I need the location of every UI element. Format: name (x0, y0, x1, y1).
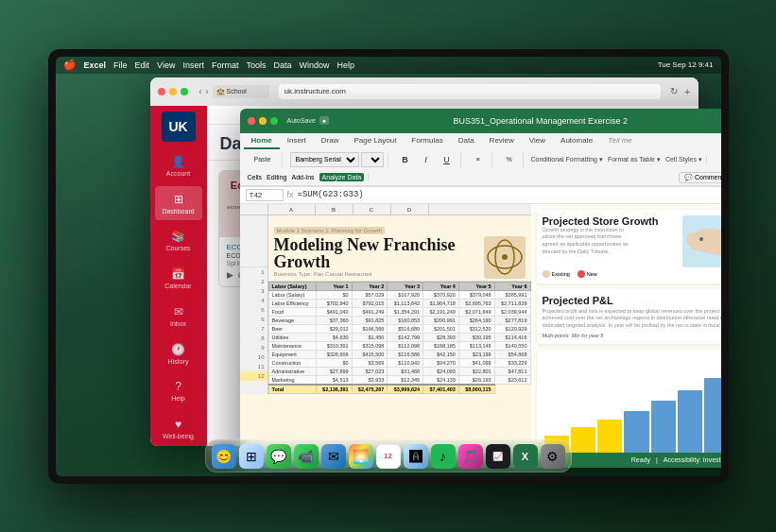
row-value[interactable]: $196,566 (352, 324, 388, 333)
row-value[interactable]: $37,360 (316, 316, 352, 324)
row-value[interactable]: $107,920 (388, 290, 423, 299)
row-value[interactable]: $3,933 (352, 375, 388, 385)
tab-data[interactable]: Data (451, 133, 482, 149)
menu-insert[interactable]: Insert (182, 60, 204, 70)
row-value[interactable]: $4,513 (316, 375, 352, 385)
cell-styles-button[interactable]: Cell Styles ▾ (665, 156, 702, 163)
addins-button[interactable]: Add-Ins (291, 174, 314, 180)
font-selector[interactable]: Bamberg Serial (290, 152, 359, 167)
sidebar-item-account[interactable]: 👤 Account (155, 149, 202, 183)
row-value[interactable]: $30,195 (458, 333, 494, 341)
row-value[interactable]: $201,501 (423, 324, 459, 333)
forward-icon[interactable]: › (206, 87, 209, 96)
row-value[interactable]: $312,530 (458, 324, 494, 333)
row-value[interactable]: $1,450 (352, 333, 388, 341)
sidebar-item-wellbeing[interactable]: ♥ Well-being (155, 412, 202, 446)
school-tab-label[interactable]: School (227, 88, 247, 94)
row-value[interactable]: $94,270 (423, 358, 459, 367)
row-value[interactable]: $22,801 (458, 367, 494, 375)
row-value[interactable]: $47,811 (494, 367, 530, 375)
apple-menu[interactable]: 🍎 (63, 59, 77, 71)
row-value[interactable]: $379,048 (458, 290, 494, 299)
menu-excel[interactable]: Excel (84, 60, 107, 70)
sidebar-item-dashboard[interactable]: ⊞ Dashboard (155, 186, 202, 220)
row-value[interactable]: $2,695,763 (458, 299, 494, 307)
minimize-button[interactable] (169, 88, 177, 95)
row-value[interactable]: $31,468 (388, 367, 423, 375)
row-value[interactable]: $0 (316, 290, 352, 299)
menu-data[interactable]: Data (273, 60, 291, 70)
tab-insert[interactable]: Insert (280, 133, 314, 149)
row-value[interactable]: $120,929 (494, 324, 530, 333)
row-value[interactable]: $415,500 (352, 350, 388, 358)
row-value[interactable]: $160,853 (388, 316, 423, 324)
row-value[interactable]: $116,586 (388, 350, 423, 358)
row-value[interactable]: $29,012 (316, 324, 352, 333)
row-value[interactable]: $2,711,829 (494, 299, 530, 307)
bold-button[interactable]: B (396, 151, 415, 168)
menu-format[interactable]: Format (212, 60, 239, 70)
dock-appstore[interactable]: 🅰 (404, 444, 428, 469)
font-size-selector[interactable]: 12 (361, 152, 384, 167)
paste-button[interactable]: Paste (248, 151, 278, 168)
dock-photos[interactable]: 🌅 (349, 444, 373, 469)
tab-home[interactable]: Home (244, 133, 280, 149)
row-value[interactable]: $23,199 (458, 350, 494, 358)
conditional-formatting-button[interactable]: Conditional Formatting ▾ (531, 156, 603, 163)
cells-button[interactable]: Cells (248, 174, 263, 180)
menu-edit[interactable]: Edit (135, 60, 150, 70)
dock-music[interactable]: 🎵 (458, 444, 483, 469)
excel-close-button[interactable] (248, 117, 255, 125)
format-as-table-button[interactable]: Format as Table ▾ (608, 156, 661, 163)
dock-mail[interactable]: ✉ (321, 444, 346, 469)
tab-automate[interactable]: Automate (553, 133, 600, 149)
row-value[interactable]: $142,799 (388, 333, 423, 341)
row-value[interactable]: $26,193 (458, 375, 494, 385)
row-value[interactable]: $112,098 (388, 341, 423, 350)
sidebar-item-calendar[interactable]: 📅 Calendar (155, 262, 202, 296)
reload-icon[interactable]: ↻ (670, 86, 678, 96)
formula-content[interactable]: =SUM(G23:G33) (298, 190, 721, 199)
dock-launchpad[interactable]: ⊞ (239, 444, 264, 469)
row-value[interactable]: $110,942 (388, 358, 423, 367)
back-icon[interactable]: ‹ (199, 87, 202, 96)
row-value[interactable]: $28,393 (423, 333, 459, 341)
alignment-button[interactable]: ≡ (469, 151, 488, 168)
row-value[interactable]: $200,991 (423, 316, 459, 324)
dock-calendar[interactable]: 12 (376, 444, 401, 469)
address-bar[interactable]: uk.instructure.com (279, 84, 662, 99)
row-value[interactable]: $113,148 (458, 341, 494, 350)
row-value[interactable]: $315,098 (352, 341, 388, 350)
row-value[interactable]: $41,099 (458, 358, 494, 367)
dock-messages[interactable]: 💬 (267, 444, 291, 469)
row-value[interactable]: $42,150 (423, 350, 459, 358)
row-value[interactable]: $264,190 (458, 316, 494, 324)
tab-tellme[interactable]: Tell me (600, 133, 640, 149)
row-value[interactable]: $702,940 (316, 299, 352, 307)
comments-button[interactable]: 💬 Comments (679, 172, 720, 183)
sidebar-item-courses[interactable]: 📚 Courses (155, 224, 202, 258)
row-value[interactable]: $27,023 (352, 367, 388, 375)
row-value[interactable]: $1,964,718 (423, 299, 459, 307)
row-value[interactable]: $2,071,949 (458, 307, 494, 316)
row-value[interactable]: $27,899 (316, 367, 352, 375)
row-value[interactable]: $516,680 (388, 324, 423, 333)
row-value[interactable]: $310,391 (316, 341, 352, 350)
dock-excel[interactable]: X (513, 444, 538, 469)
row-value[interactable]: $277,819 (494, 316, 530, 324)
row-value[interactable]: $23,612 (494, 375, 530, 385)
tab-formulas[interactable]: Formulas (404, 133, 450, 149)
menu-view[interactable]: View (157, 60, 175, 70)
row-value[interactable]: $4,630 (316, 333, 352, 341)
tab-view[interactable]: View (522, 133, 553, 149)
row-value[interactable]: $491,040 (316, 307, 352, 316)
row-value[interactable]: $12,345 (388, 375, 423, 385)
analyze-data-button[interactable]: Analyze Data (319, 173, 365, 181)
tab-pagelayout[interactable]: Page Layout (346, 133, 404, 149)
maximize-button[interactable] (181, 88, 188, 95)
row-value[interactable]: $54,668 (494, 350, 530, 358)
number-button[interactable]: % (500, 151, 519, 168)
close-button[interactable] (158, 88, 165, 95)
row-value[interactable]: $1,113,642 (388, 299, 423, 307)
menu-help[interactable]: Help (337, 60, 355, 70)
